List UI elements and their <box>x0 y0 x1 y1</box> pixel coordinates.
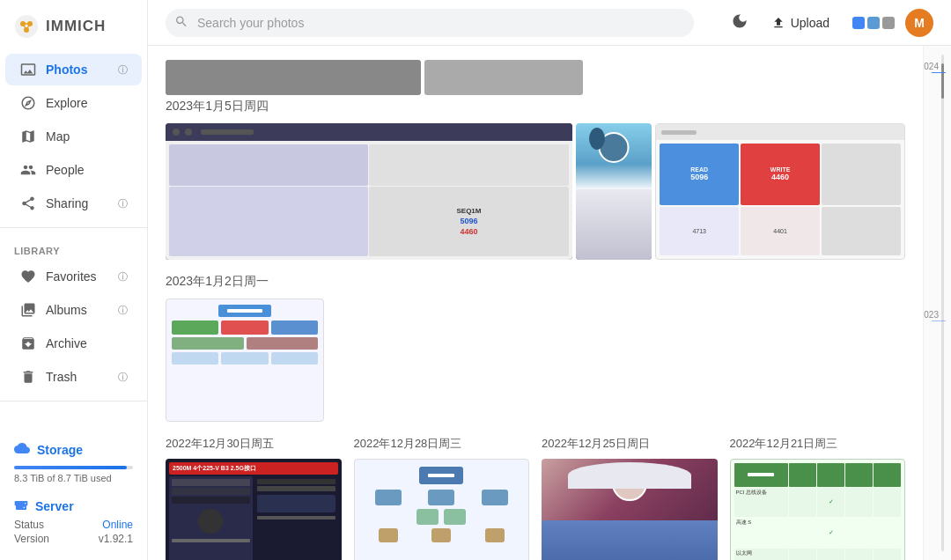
storage-divider <box>0 401 147 402</box>
svg-point-0 <box>15 15 38 38</box>
albums-badge: ⓘ <box>118 304 128 317</box>
color-dot-1 <box>852 17 865 29</box>
photo-table-green[interactable]: PCI 总线设备 ✓ 高速 S ✓ 以太网 ✓ <box>730 459 906 560</box>
server-status-row: Status Online <box>14 518 133 532</box>
search-input[interactable] <box>166 9 694 37</box>
map-icon <box>19 128 37 145</box>
albums-icon <box>19 301 37 319</box>
date-dec25: 2022年12月25日周日 <box>542 436 718 452</box>
storage-item[interactable]: Storage <box>14 435 133 464</box>
date-dec30: 2022年12月30日周五 <box>166 436 342 452</box>
photo-benchmark-2[interactable]: READ 5096 WRITE 4460 4713 4401 <box>655 123 905 260</box>
photo-anime-portrait[interactable]: © 何小得 <box>542 459 718 560</box>
sidebar-item-map[interactable]: Map <box>5 121 142 152</box>
app-title: IMMICH <box>46 18 106 35</box>
nav-divider <box>0 227 147 228</box>
main-area: Upload M 2023年1月5日周四 <box>148 0 951 560</box>
sidebar: IMMICH Photos ⓘ Explore Map People Shari… <box>0 0 148 560</box>
date-section-jan5: 2023年1月5日周四 <box>166 99 905 260</box>
sidebar-item-explore[interactable]: Explore <box>5 87 142 119</box>
date-jan2: 2023年1月2日周一 <box>166 274 905 290</box>
upload-button[interactable]: Upload <box>759 10 842 36</box>
sidebar-item-sharing[interactable]: Sharing ⓘ <box>5 188 142 219</box>
storage-bar-fill <box>14 466 127 469</box>
upload-label: Upload <box>791 16 829 30</box>
jan2-photos-row <box>166 298 905 422</box>
dark-mode-icon[interactable] <box>731 12 748 33</box>
storage-label: Storage <box>37 443 83 457</box>
server-version-row: Version v1.92.1 <box>14 532 133 546</box>
photo-anime-girl[interactable] <box>576 123 652 260</box>
color-dot-2 <box>867 17 880 29</box>
photo-diagram[interactable] <box>166 298 324 422</box>
header-right: Upload M <box>731 9 933 37</box>
year-2024: 2024 <box>923 62 939 71</box>
storage-section: Storage 8.3 TiB of 8.7 TiB used <box>0 428 147 490</box>
photo-benchmark-1[interactable]: SEQ1M 5096 4460 <box>166 123 572 260</box>
explore-label: Explore <box>46 96 128 110</box>
search-icon <box>174 14 188 31</box>
photos-icon <box>19 61 37 78</box>
archive-icon <box>19 335 37 352</box>
explore-icon <box>19 94 37 112</box>
photos-badge: ⓘ <box>118 63 128 77</box>
trash-icon <box>19 368 37 386</box>
sharing-label: Sharing <box>46 196 109 210</box>
map-label: Map <box>46 129 128 144</box>
top-strip-photo-2 <box>424 60 583 95</box>
photo-network-diagram[interactable]: 设备 路由器 <box>354 459 530 560</box>
bottom-sections-row: 2022年12月30日周五 2500M 4个225-V B3 2.5G接口 <box>166 436 905 560</box>
top-strip-photo-1 <box>166 60 421 95</box>
server-status-value: Online <box>102 519 133 531</box>
storage-used-text: 8.3 TiB of 8.7 TiB used <box>14 473 133 483</box>
logo-area: IMMICH <box>0 11 147 53</box>
photo-pc-hardware[interactable]: 2500M 4个225-V B3 2.5G接口 <box>166 459 342 560</box>
date-dec21: 2022年12月21日周三 <box>730 436 906 452</box>
bottom-section-dec21: 2022年12月21日周三 PCI 总线设备 <box>730 436 906 560</box>
sidebar-item-people[interactable]: People <box>5 154 142 186</box>
archive-label: Archive <box>46 336 128 350</box>
storage-icon <box>14 440 30 459</box>
server-icon <box>14 497 28 514</box>
date-section-jan2: 2023年1月2日周一 <box>166 274 905 422</box>
bottom-section-dec30: 2022年12月30日周五 2500M 4个225-V B3 2.5G接口 <box>166 436 342 560</box>
jan5-photos-row: SEQ1M 5096 4460 <box>166 123 905 260</box>
sharing-icon <box>19 195 37 212</box>
date-jan5: 2023年1月5日周四 <box>166 99 905 114</box>
sidebar-item-albums[interactable]: Albums ⓘ <box>5 294 142 326</box>
trash-badge: ⓘ <box>118 371 128 384</box>
color-dot-3 <box>882 17 895 29</box>
favorites-icon <box>19 268 37 285</box>
sharing-badge: ⓘ <box>118 197 128 210</box>
people-label: People <box>46 163 128 177</box>
sidebar-item-photos[interactable]: Photos ⓘ <box>5 54 142 85</box>
photo-grid[interactable]: 2023年1月5日周四 <box>148 46 923 560</box>
color-dots <box>852 17 895 29</box>
year-2023: 2023 <box>923 310 939 320</box>
date-dec28: 2022年12月28日周三 <box>354 436 530 452</box>
favorites-label: Favorites <box>46 269 109 284</box>
content-area: 2023年1月5日周四 <box>148 46 951 560</box>
trash-label: Trash <box>46 370 109 384</box>
sidebar-item-archive[interactable]: Archive <box>5 328 142 359</box>
avatar[interactable]: M <box>905 9 933 37</box>
server-section: Server Status Online Version v1.92.1 <box>0 490 147 549</box>
header: Upload M <box>148 0 951 46</box>
server-version-value: v1.92.1 <box>99 533 133 545</box>
search-bar <box>166 9 694 37</box>
server-title: Server <box>35 499 74 513</box>
bottom-section-dec28: 2022年12月28日周三 <box>354 436 530 560</box>
photos-label: Photos <box>46 63 109 77</box>
top-strip <box>166 60 905 95</box>
server-version-key: Version <box>14 533 49 545</box>
sidebar-item-favorites[interactable]: Favorites ⓘ <box>5 261 142 292</box>
timeline-bar: 2024 2023 <box>923 46 951 560</box>
favorites-badge: ⓘ <box>118 270 128 284</box>
bottom-section-dec25: 2022年12月25日周日 © 何小得 <box>542 436 718 560</box>
albums-label: Albums <box>46 303 109 317</box>
server-label: Server <box>14 497 133 514</box>
people-icon <box>19 161 37 179</box>
logo-icon <box>14 14 39 39</box>
sidebar-item-trash[interactable]: Trash ⓘ <box>5 361 142 393</box>
library-section-label: LIBRARY <box>0 235 147 260</box>
